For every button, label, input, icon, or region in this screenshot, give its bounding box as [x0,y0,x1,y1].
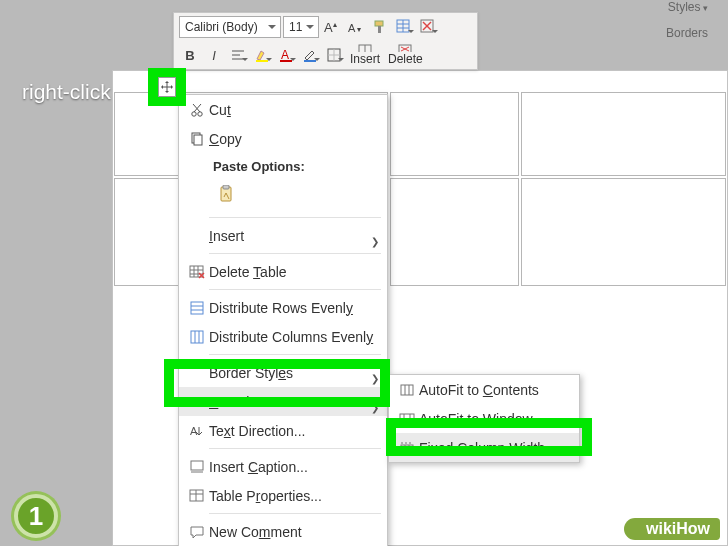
table-delete-icon[interactable] [417,16,439,38]
font-color-icon[interactable]: A [275,44,297,66]
caption-icon [185,459,209,475]
menu-distribute-cols-label: Distribute Columns Evenly [209,329,373,345]
svg-rect-4 [375,21,383,26]
menu-distribute-cols[interactable]: Distribute Columns Evenly [179,322,387,351]
menu-copy[interactable]: Copy [179,124,387,153]
delete-table-icon [185,264,209,280]
comment-icon [185,524,209,540]
cut-icon [185,102,209,118]
table-properties-icon [185,488,209,504]
menu-distribute-rows-label: Distribute Rows Evenly [209,300,353,316]
border-color-icon[interactable] [299,44,321,66]
menu-cut[interactable]: Cut [179,95,387,124]
mini-toolbar: Calibri (Body) 11 A▴ A▾ B I A [173,12,478,70]
format-painter-icon[interactable] [369,16,391,38]
distribute-cols-icon [185,329,209,345]
svg-rect-58 [400,414,414,424]
menu-delete-table-label: Delete Table [209,264,287,280]
align-icon[interactable] [227,44,249,66]
svg-rect-61 [401,445,413,454]
wikihow-watermark: wikiHow [624,518,720,540]
right-click-label: right-click [22,80,111,104]
menu-border-styles-label: Border Styles [209,365,293,381]
svg-line-30 [194,104,201,112]
autofit-submenu: AutoFit to Contents AutoFit to Window Fi… [388,374,580,463]
menu-border-styles[interactable]: Border Styles [179,358,387,387]
paste-options-label: Paste Options: [179,153,387,176]
insert-button[interactable]: Insert [347,44,383,66]
menu-autofit[interactable]: AutoFit [179,387,387,416]
submenu-window-label: AutoFit to Window [419,411,571,427]
borders-label[interactable]: Borders [666,26,708,40]
menu-insert-label: Insert [209,228,244,244]
svg-rect-33 [194,135,202,145]
menu-insert[interactable]: Insert [179,221,387,250]
svg-text:A: A [348,22,356,34]
font-size-select[interactable]: 11 [283,16,319,38]
menu-table-properties-label: Table Properties... [209,488,322,504]
insert-icon [358,44,372,52]
submenu-autofit-window[interactable]: AutoFit to Window [389,404,579,433]
svg-line-31 [193,104,200,112]
svg-text:▴: ▴ [333,20,337,29]
svg-text:A: A [281,48,289,62]
delete-icon [398,44,412,52]
menu-copy-label: Copy [209,131,242,147]
menu-text-direction[interactable]: A Text Direction... [179,416,387,445]
menu-text-direction-label: Text Direction... [209,423,306,439]
svg-rect-18 [280,60,292,62]
decrease-font-icon[interactable]: A▾ [345,16,367,38]
autofit-window-icon [395,411,419,427]
submenu-autofit-contents[interactable]: AutoFit to Contents [389,375,579,404]
svg-point-29 [198,111,202,115]
menu-delete-table[interactable]: Delete Table [179,257,387,286]
menu-table-properties[interactable]: Table Properties... [179,481,387,510]
font-name-select[interactable]: Calibri (Body) [179,16,281,38]
autofit-contents-icon [395,382,419,398]
svg-text:A: A [324,20,333,35]
highlight-icon[interactable] [251,44,273,66]
fixed-width-icon [395,440,419,456]
menu-autofit-label: AutoFit [209,394,253,410]
menu-new-comment-label: New Comment [209,524,302,540]
header-right: Styles Borders [666,0,708,40]
delete-button[interactable]: Delete [385,44,426,66]
text-direction-icon: A [185,423,209,439]
context-menu: Cut Copy Paste Options: Insert Delete Ta… [178,94,388,546]
distribute-rows-icon [185,300,209,316]
step-badge: 1 [14,494,58,538]
svg-rect-35 [223,185,229,189]
svg-rect-5 [378,26,381,33]
menu-cut-label: Cut [209,102,231,118]
svg-rect-50 [191,461,203,470]
svg-rect-19 [304,60,316,62]
menu-insert-caption-label: Insert Caption... [209,459,308,475]
svg-text:A: A [190,425,198,437]
svg-rect-55 [401,385,413,395]
italic-icon[interactable]: I [203,44,225,66]
table-style-icon[interactable] [393,16,415,38]
svg-point-28 [192,111,196,115]
menu-insert-caption[interactable]: Insert Caption... [179,452,387,481]
svg-text:▾: ▾ [357,25,361,34]
increase-font-icon[interactable]: A▴ [321,16,343,38]
bold-icon[interactable]: B [179,44,201,66]
submenu-fixed-width[interactable]: Fixed Column Width [389,433,579,462]
copy-icon [185,131,209,147]
borders-icon[interactable] [323,44,345,66]
paste-keep-source-icon[interactable] [213,180,241,208]
submenu-contents-label: AutoFit to Contents [419,382,571,398]
styles-dropdown[interactable]: Styles [666,0,708,14]
paste-options-row [179,176,387,214]
svg-rect-43 [191,302,203,314]
menu-distribute-rows[interactable]: Distribute Rows Evenly [179,293,387,322]
menu-new-comment[interactable]: New Comment [179,517,387,546]
svg-rect-46 [191,331,203,343]
svg-rect-16 [256,60,268,62]
submenu-fixed-label: Fixed Column Width [419,440,571,456]
